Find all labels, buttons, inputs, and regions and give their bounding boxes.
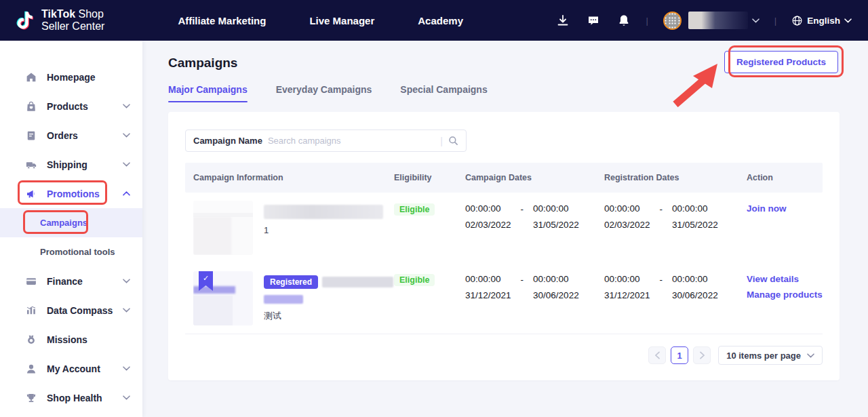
chevron-down-icon: [844, 18, 852, 23]
tiktok-note-icon: [15, 9, 35, 32]
shipping-truck-icon: [25, 159, 37, 171]
table-header: Campaign Information Eligibility Campaig…: [185, 163, 823, 193]
eligible-badge: Eligible: [394, 274, 435, 286]
avatar: [663, 12, 682, 30]
tab-special-campaigns[interactable]: Special Campaigns: [400, 84, 487, 102]
chevron-down-icon: [752, 18, 760, 23]
registration-dates: 00:00:00 31/12/2021 - 00:00:00 30/06/202…: [596, 271, 738, 300]
campaign-name-redacted: [264, 205, 383, 219]
sidebar-item-orders[interactable]: Orders: [0, 121, 142, 150]
chevron-down-icon: [123, 279, 130, 283]
date-separator: -: [660, 203, 663, 230]
top-bar: TikTok Shop Seller Center Affiliate Mark…: [0, 0, 868, 41]
language-label: English: [807, 16, 840, 26]
sidebar-item-my-account[interactable]: My Account: [0, 354, 142, 383]
campaign-tabs: Major Campaigns Everyday Campaigns Speci…: [168, 84, 840, 102]
chevron-down-icon: [123, 162, 130, 167]
campaign-thumbnail-redacted: ✓: [193, 271, 253, 325]
col-campaign-dates: Campaign Dates: [457, 173, 596, 182]
campaign-name-redacted: [322, 277, 393, 287]
eligible-badge: Eligible: [394, 203, 435, 216]
sidebar-item-promotions[interactable]: Promotions: [0, 179, 142, 208]
sidebar-item-campaigns[interactable]: Campaigns: [0, 208, 142, 237]
download-icon[interactable]: [556, 14, 570, 27]
page-number-button[interactable]: 1: [671, 346, 688, 364]
sidebar-item-data-compass[interactable]: Data Compass: [0, 296, 142, 325]
sidebar-item-shop-health[interactable]: Shop Health: [0, 383, 142, 412]
tab-everyday-campaigns[interactable]: Everyday Campaigns: [276, 84, 372, 102]
date-separator: -: [521, 274, 524, 300]
chevron-right-icon: [699, 351, 705, 359]
top-nav: Affiliate Marketing Live Manager Academy: [178, 15, 463, 26]
logo-brand-bold: TikTok: [41, 8, 75, 20]
col-action: Action: [738, 173, 823, 182]
logo-subtitle: Seller Center: [41, 20, 104, 33]
chevron-down-icon: [123, 395, 130, 400]
nav-academy[interactable]: Academy: [418, 15, 463, 26]
sidebar-item-products[interactable]: Products: [0, 92, 142, 121]
account-menu[interactable]: [663, 12, 760, 30]
tiktok-shop-logo[interactable]: TikTok Shop Seller Center: [15, 8, 104, 33]
nav-live-manager[interactable]: Live Manager: [309, 15, 374, 26]
registered-badge: Registered: [264, 275, 318, 289]
missions-medal-icon: [25, 334, 37, 346]
registered-products-button[interactable]: Registered Products: [724, 51, 838, 73]
messages-icon[interactable]: [587, 14, 600, 27]
table-row: 1 Eligible 00:00:00 02/03/2022 - 00:00:0…: [185, 193, 823, 263]
date-separator: -: [660, 274, 663, 300]
sidebar: Homepage Products Orders Shipping Promot…: [0, 41, 142, 417]
chevron-left-icon: [654, 351, 660, 359]
search-input[interactable]: [268, 136, 435, 146]
tab-major-campaigns[interactable]: Major Campaigns: [168, 84, 248, 102]
sidebar-item-shipping[interactable]: Shipping: [0, 150, 142, 179]
campaign-dates: 00:00:00 02/03/2022 - 00:00:00 31/05/202…: [457, 201, 596, 230]
campaign-thumbnail-redacted: [193, 201, 253, 255]
pagination: 1 10 items per page: [185, 346, 823, 365]
chevron-up-icon: [123, 191, 130, 196]
notifications-bell-icon[interactable]: [617, 14, 631, 27]
view-details-link[interactable]: View details: [747, 274, 823, 284]
campaign-info-note: 测试: [264, 310, 393, 322]
finance-card-icon: [25, 275, 37, 287]
col-registration-dates: Registration Dates: [596, 173, 738, 182]
logo-text: TikTok Shop Seller Center: [41, 8, 104, 33]
col-campaign-information: Campaign Information: [185, 173, 386, 182]
language-selector[interactable]: English: [791, 15, 852, 26]
campaigns-table: Campaign Information Eligibility Campaig…: [185, 163, 823, 334]
campaign-info-note: 1: [264, 225, 383, 235]
table-row: ✓ Registered 测试 Eligible: [185, 263, 823, 334]
campaign-dates: 00:00:00 31/12/2021 - 00:00:00 30/06/202…: [457, 271, 596, 300]
logo-brand-suffix: Shop: [79, 8, 104, 20]
home-icon: [25, 71, 37, 83]
previous-page-button[interactable]: [648, 346, 666, 364]
data-compass-chart-icon: [25, 304, 37, 317]
my-account-user-icon: [25, 363, 37, 375]
products-bag-icon: [25, 100, 37, 113]
chevron-down-icon: [807, 353, 814, 358]
next-page-button[interactable]: [693, 346, 711, 364]
top-bar-right: | | English: [556, 12, 852, 30]
sidebar-item-finance[interactable]: Finance: [0, 266, 142, 296]
sidebar-item-promotional-tools[interactable]: Promotional tools: [0, 237, 142, 266]
chevron-down-icon: [123, 308, 130, 313]
date-separator: -: [521, 203, 524, 230]
orders-document-icon: [25, 130, 37, 142]
items-per-page-select[interactable]: 10 items per page: [718, 346, 823, 365]
join-now-link[interactable]: Join now: [747, 203, 823, 214]
campaign-search-bar[interactable]: Campaign Name |: [185, 130, 467, 152]
sidebar-item-missions[interactable]: Missions: [0, 325, 142, 354]
col-eligibility: Eligibility: [386, 173, 457, 182]
search-icon[interactable]: [448, 136, 458, 146]
chevron-down-icon: [123, 133, 130, 138]
sidebar-item-homepage[interactable]: Homepage: [0, 62, 142, 92]
shop-health-trophy-icon: [25, 392, 37, 404]
top-bar-separator: |: [643, 16, 650, 26]
campaign-subtitle-redacted: [264, 295, 303, 304]
account-name-redacted: [688, 12, 748, 29]
chevron-down-icon: [123, 104, 130, 108]
tiktok-seller-center-screen: TikTok Shop Seller Center Affiliate Mark…: [0, 0, 868, 417]
manage-products-link[interactable]: Manage products: [747, 290, 823, 300]
search-divider: |: [440, 136, 443, 146]
nav-affiliate-marketing[interactable]: Affiliate Marketing: [178, 15, 266, 26]
campaigns-card: Campaign Name | Campaign Information Eli…: [168, 112, 840, 380]
